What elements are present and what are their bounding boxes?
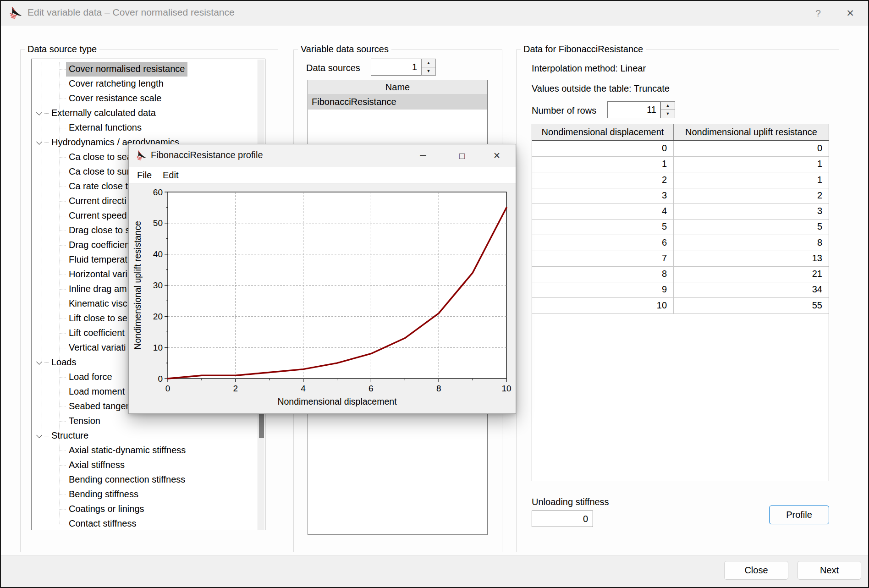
tree-item-label: Coatings or linings xyxy=(66,502,147,517)
tree-connector xyxy=(60,84,66,84)
tree-item[interactable]: Coatings or linings xyxy=(32,502,265,517)
x-tick-label: 2 xyxy=(233,384,238,393)
cell-resistance[interactable]: 0 xyxy=(674,141,829,156)
tree-item-label: Bending stiffness xyxy=(66,487,141,502)
x-tick-label: 10 xyxy=(501,384,511,393)
help-icon[interactable]: ? xyxy=(808,1,829,26)
tree-connector xyxy=(60,465,66,466)
tree-connector xyxy=(60,509,66,510)
cell-displacement[interactable]: 4 xyxy=(532,203,674,219)
data-source-row[interactable]: FibonacciResistance xyxy=(308,95,487,110)
cell-resistance[interactable]: 1 xyxy=(674,172,829,188)
table-row: 713 xyxy=(532,251,829,267)
y-tick-label: 20 xyxy=(153,312,163,321)
tree-connector xyxy=(60,245,66,246)
cell-displacement[interactable]: 9 xyxy=(532,282,674,297)
tree-item[interactable]: Contact stiffness xyxy=(32,517,265,530)
tree-item-label: Cover normalised resistance xyxy=(66,62,187,77)
cell-resistance[interactable]: 13 xyxy=(674,251,829,266)
tree-connector xyxy=(60,128,66,128)
window-close-icon[interactable]: ✕ xyxy=(487,144,507,167)
data-sources-input[interactable]: 1 xyxy=(371,59,421,76)
cell-displacement[interactable]: 2 xyxy=(532,172,674,188)
tree-item[interactable]: Axial stiffness xyxy=(32,458,265,473)
tree-connector xyxy=(60,157,66,158)
tree-item[interactable]: Cover ratcheting length xyxy=(32,77,265,91)
tree-item-label: Contact stiffness xyxy=(66,517,139,530)
tree-item-label: Cover ratcheting length xyxy=(66,77,166,91)
table-row: 43 xyxy=(532,203,829,220)
spin-up-icon[interactable]: ▲ xyxy=(660,101,675,110)
menu-file[interactable]: File xyxy=(134,167,154,184)
close-icon[interactable]: ✕ xyxy=(840,1,861,26)
tree-item-label: Current directi xyxy=(66,194,129,209)
tree-item[interactable]: External functions xyxy=(32,121,265,135)
tree-connector xyxy=(60,69,66,70)
spin-down-icon[interactable]: ▼ xyxy=(421,67,436,76)
table-row: 32 xyxy=(532,188,829,204)
number-of-rows-spinner: ▲ ▼ xyxy=(660,101,675,118)
spin-down-icon[interactable]: ▼ xyxy=(660,110,675,118)
tree-connector xyxy=(60,187,66,187)
cell-displacement[interactable]: 7 xyxy=(532,251,674,266)
table-row: 55 xyxy=(532,219,829,235)
tree-item-label: Ca close to sur xyxy=(66,165,132,179)
cell-resistance[interactable]: 21 xyxy=(674,266,829,282)
tree-connector xyxy=(60,495,66,495)
tree-item-label: External functions xyxy=(66,121,144,135)
tree-scrollbar-thumb[interactable] xyxy=(259,412,264,438)
cell-resistance[interactable]: 5 xyxy=(674,219,829,235)
profile-button[interactable]: Profile xyxy=(769,506,829,524)
cell-resistance[interactable]: 55 xyxy=(674,298,829,313)
table-row: 68 xyxy=(532,235,829,251)
profile-window-titlebar[interactable]: FibonacciResistance profile – □ ✕ xyxy=(129,144,516,167)
cell-resistance[interactable]: 2 xyxy=(674,188,829,203)
cell-resistance[interactable]: 8 xyxy=(674,235,829,251)
tree-item-label: Inline drag am xyxy=(66,282,130,297)
maximize-icon[interactable]: □ xyxy=(452,144,472,167)
x-tick-label: 6 xyxy=(368,384,374,393)
cell-resistance[interactable]: 34 xyxy=(674,282,829,297)
chevron-down-icon[interactable] xyxy=(36,432,42,438)
cell-displacement[interactable]: 8 xyxy=(532,266,674,282)
tree-item-label: Axial static-dynamic stiffness xyxy=(66,443,188,458)
cell-displacement[interactable]: 5 xyxy=(532,219,674,235)
cell-resistance[interactable]: 3 xyxy=(674,203,829,219)
tree-item[interactable]: Cover resistance scale xyxy=(32,91,265,106)
tree-connector xyxy=(60,333,66,334)
number-of-rows-input[interactable]: 11 xyxy=(607,101,660,118)
next-button[interactable]: Next xyxy=(798,561,861,580)
unloading-stiffness-input[interactable]: 0 xyxy=(532,511,593,527)
profile-window: FibonacciResistance profile – □ ✕ File E… xyxy=(128,144,516,414)
tree-item-label: Structure xyxy=(49,429,91,443)
tree-item[interactable]: Tension xyxy=(32,414,265,429)
close-button[interactable]: Close xyxy=(724,561,788,580)
tree-connector xyxy=(44,143,49,143)
resistance-data-table: Nondimensional displacement Nondimension… xyxy=(532,124,829,481)
chevron-down-icon[interactable] xyxy=(36,359,42,365)
tree-item[interactable]: Cover normalised resistance xyxy=(32,62,265,77)
tree-item[interactable]: Bending connection stiffness xyxy=(32,473,265,487)
cell-displacement[interactable]: 3 xyxy=(532,188,674,203)
cell-displacement[interactable]: 6 xyxy=(532,235,674,251)
table-row: 934 xyxy=(532,282,829,298)
chevron-down-icon[interactable] xyxy=(36,139,42,145)
cell-displacement[interactable]: 0 xyxy=(532,141,674,156)
cell-displacement[interactable]: 1 xyxy=(532,156,674,172)
tree-connector xyxy=(60,99,66,99)
tree-item[interactable]: Bending stiffness xyxy=(32,487,265,502)
table-row: 11 xyxy=(532,156,829,172)
name-column-header: Name xyxy=(308,80,487,94)
chevron-down-icon[interactable] xyxy=(36,110,42,115)
menu-edit[interactable]: Edit xyxy=(160,167,181,184)
minimize-icon[interactable]: – xyxy=(413,144,433,167)
tree-connector xyxy=(60,172,66,172)
tree-item[interactable]: Externally calculated data xyxy=(32,106,265,121)
tree-item[interactable]: Axial static-dynamic stiffness xyxy=(32,443,265,458)
spin-up-icon[interactable]: ▲ xyxy=(421,59,436,67)
y-tick-label: 50 xyxy=(153,218,163,228)
tree-item[interactable]: Structure xyxy=(32,429,265,443)
tree-connector xyxy=(60,304,66,304)
cell-resistance[interactable]: 1 xyxy=(674,156,829,172)
cell-displacement[interactable]: 10 xyxy=(532,298,674,313)
